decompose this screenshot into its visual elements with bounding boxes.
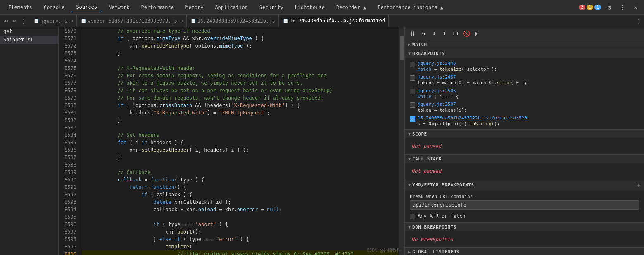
left-panel-get[interactable]: get	[0, 27, 58, 36]
file-tab-overflow-menu[interactable]: ⋮	[632, 18, 644, 24]
bp-text-4: jquery.js:2507 token = tokens[i];	[418, 102, 467, 113]
left-panel: get Snippet #1	[0, 27, 59, 255]
breakpoint-item-2: jquery.js:2487 tokens = match[0] = match…	[405, 73, 644, 87]
bp-text-2: jquery.js:2487 tokens = match[0] = match…	[418, 74, 527, 86]
bp-checkbox-4[interactable]	[410, 102, 415, 108]
topbar-icons: 2 1 1 ⚙ ⋮ ✕	[579, 2, 641, 12]
file-tab-icon-vendor: 📄	[81, 19, 86, 23]
xhr-add-button[interactable]: +	[637, 181, 641, 189]
bp-checkbox-2[interactable]	[410, 75, 415, 81]
file-tab-jquery[interactable]: 📄 jquery.js ✕	[30, 15, 77, 27]
tab-recorder[interactable]: Recorder ▲	[331, 3, 371, 12]
step-btn[interactable]: ⬆⬆	[451, 29, 460, 38]
bp-checkbox-3[interactable]	[410, 89, 415, 94]
watch-arrow-icon: ▶	[408, 42, 411, 47]
watch-section: ▶ Watch	[405, 40, 644, 49]
breakpoints-section-title: Breakpoints	[412, 51, 444, 56]
right-panel: ⏸ ↪ ⬇ ⬆ ⬆⬆ 🚫 ⏯ ▶ Watch ▼ Breakpoints	[404, 27, 644, 255]
bp-text-5: 16.240038da59fb2453322b.js:formatted:520…	[418, 115, 527, 126]
info-badge: 1	[594, 5, 601, 10]
breakpoints-arrow-icon: ▼	[408, 51, 411, 56]
tab-application[interactable]: Application	[210, 3, 252, 12]
scope-section: ▼ Scope Not paused	[405, 130, 644, 155]
file-tab-icon-16-formatted: 📄	[283, 19, 288, 23]
main-area: get Snippet #1 8570 8571 8572 8573 8574 …	[0, 27, 644, 255]
tab-nav-more[interactable]: ≫	[11, 18, 18, 24]
dom-breakpoints-header[interactable]: ▼ DOM Breakpoints	[405, 223, 644, 231]
tab-perf-insights[interactable]: Performance insights ▲	[373, 3, 448, 12]
editor-scrollbar-thumb[interactable]	[400, 36, 404, 60]
tab-performance[interactable]: Performance	[136, 3, 179, 12]
tab-elements[interactable]: Elements	[3, 3, 37, 12]
breakpoints-section-header[interactable]: ▼ Breakpoints	[405, 49, 644, 58]
close-devtools-icon[interactable]: ✕	[631, 2, 641, 12]
warning-badge: 1	[587, 5, 593, 10]
step-into-btn[interactable]: ⬇	[430, 29, 439, 38]
tab-console[interactable]: Console	[39, 3, 70, 12]
watch-section-header[interactable]: ▶ Watch	[405, 40, 644, 49]
dom-breakpoints-title: DOM Breakpoints	[412, 224, 456, 230]
more-options-icon[interactable]: ⋮	[618, 2, 627, 12]
tab-nav-left[interactable]: ◀◀	[2, 18, 10, 24]
scope-empty-text: Not paused	[405, 140, 644, 153]
file-tab-label-jquery: jquery.js	[40, 18, 67, 24]
bp-text-1: jquery.js:2446 match = tokenize( selecto…	[418, 61, 497, 72]
xhr-breakpoints-title: XHR/fetch Breakpoints	[412, 182, 474, 188]
callstack-arrow-icon: ▼	[408, 157, 411, 161]
file-tab-16-1[interactable]: 📄 16.240038da59fb2453322b.js	[187, 15, 279, 27]
tab-sources[interactable]: Sources	[71, 2, 102, 12]
scope-section-title: Scope	[412, 131, 427, 137]
xhr-breakpoints-header[interactable]: ▼ XHR/fetch Breakpoints +	[405, 179, 644, 191]
debug-sections[interactable]: ▶ Watch ▼ Breakpoints jquery.js:2446	[405, 40, 644, 255]
file-tab-16-formatted[interactable]: 📄 16.240038da59fb...b.js:formatted	[279, 15, 389, 27]
tab-nav-dots[interactable]: ⋮	[19, 18, 28, 24]
file-tab-label-vendor: vendor.51d57fd31c710399e978.js	[88, 18, 177, 24]
xhr-any-checkbox[interactable]	[410, 214, 415, 219]
bp-text-3: jquery.js:2506 while ( i-- ) {	[418, 88, 459, 99]
callstack-content: Not paused	[405, 163, 644, 179]
dom-breakpoints-section: ▼ DOM Breakpoints No breakpoints	[405, 223, 644, 248]
settings-icon[interactable]: ⚙	[604, 2, 614, 12]
xhr-breakpoints-content: Break when URL contains: Any XHR or fetc…	[405, 191, 644, 222]
code-editor[interactable]: // override mime type if needed if ( opt…	[80, 27, 399, 255]
dom-empty-text: No breakpoints	[405, 233, 644, 245]
close-jquery-tab[interactable]: ✕	[71, 19, 73, 23]
scope-arrow-icon: ▼	[408, 132, 411, 136]
xhr-breakpoints-section: ▼ XHR/fetch Breakpoints + Break when URL…	[405, 179, 644, 223]
file-tab-label-16-1: 16.240038da59fb2453322b.js	[197, 18, 275, 24]
line-numbers: 8570 8571 8572 8573 8574 8575 8576 8577 …	[59, 27, 80, 255]
error-badge: 2	[579, 5, 585, 10]
tab-security[interactable]: Security	[254, 3, 288, 12]
editor-area[interactable]: 8570 8571 8572 8573 8574 8575 8576 8577 …	[59, 27, 404, 255]
bp-checkbox-1[interactable]	[410, 62, 415, 67]
pause-on-exceptions-btn[interactable]: ⏯	[473, 29, 482, 38]
breakpoint-item-1: jquery.js:2446 match = tokenize( selecto…	[405, 60, 644, 73]
close-vendor-tab[interactable]: ✕	[181, 19, 183, 23]
callstack-empty-text: Not paused	[405, 165, 644, 177]
breakpoint-item-4: jquery.js:2507 token = tokens[i];	[405, 100, 644, 114]
breakpoint-item-5: 16.240038da59fb2453322b.js:formatted:520…	[405, 114, 644, 128]
tab-network[interactable]: Network	[104, 3, 135, 12]
tab-lighthouse[interactable]: Lighthouse	[290, 3, 330, 12]
tab-memory[interactable]: Memory	[181, 3, 208, 12]
scope-content: Not paused	[405, 138, 644, 154]
pause-resume-btn[interactable]: ⏸	[408, 29, 417, 38]
callstack-section-header[interactable]: ▼ Call Stack	[405, 155, 644, 163]
deactivate-breakpoints-btn[interactable]: 🚫	[462, 29, 471, 38]
breakpoints-list: jquery.js:2446 match = tokenize( selecto…	[405, 58, 644, 129]
left-panel-snippet1[interactable]: Snippet #1	[0, 36, 58, 44]
file-tab-icon-16-1: 📄	[191, 19, 196, 23]
step-out-btn[interactable]: ⬆	[440, 29, 449, 38]
file-tab-icon-jquery: 📄	[34, 19, 39, 23]
scope-section-header[interactable]: ▼ Scope	[405, 130, 644, 138]
debug-toolbar: ⏸ ↪ ⬇ ⬆ ⬆⬆ 🚫 ⏯	[405, 27, 644, 40]
step-over-btn[interactable]: ↪	[419, 29, 428, 38]
file-tab-nav: ◀◀ ≫ ⋮	[0, 18, 30, 24]
editor-scrollbar[interactable]	[399, 27, 404, 255]
bp-checkbox-5[interactable]	[410, 116, 415, 122]
watch-section-title: Watch	[412, 42, 427, 47]
xhr-url-input[interactable]	[410, 200, 639, 210]
global-listeners-header[interactable]: ▶ Global Listeners	[405, 248, 644, 255]
xhr-any-label: Any XHR or fetch	[418, 213, 466, 219]
file-tab-vendor[interactable]: 📄 vendor.51d57fd31c710399e978.js ✕	[77, 15, 187, 27]
